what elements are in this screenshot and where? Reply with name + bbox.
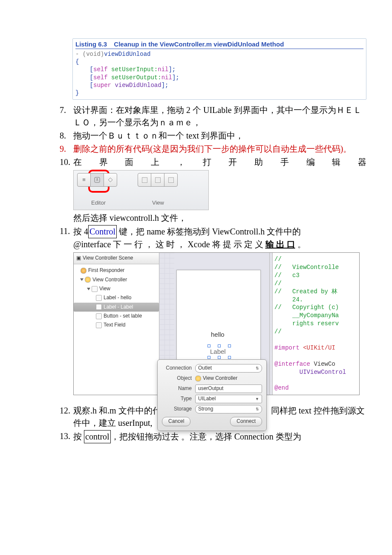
svg-rect-0: [95, 177, 100, 182]
key-control: Control: [88, 225, 117, 238]
textfield-icon: [96, 322, 102, 328]
code-line: //: [274, 280, 282, 287]
item-number: 9.: [60, 143, 73, 155]
tree-label-hello[interactable]: Label - hello: [74, 293, 159, 302]
split-handle[interactable]: [269, 253, 273, 395]
editor-segmented[interactable]: ≡: [77, 173, 117, 187]
item-text-line: 在 界 面 上 ， 打 开 助 手 编 辑 器: [73, 156, 366, 168]
item-number: 13.: [60, 430, 73, 443]
code-line: __MyCompanyNa: [274, 312, 339, 319]
code-line: // ViewControlle: [274, 264, 339, 271]
view-label: View: [145, 199, 171, 207]
uilabel-text: Label: [210, 348, 226, 355]
connection-popover[interactable]: Connection Outlet⇅ Object View Controlle…: [157, 359, 267, 431]
view-right-icon[interactable]: [164, 173, 177, 186]
xcode-outline[interactable]: ▣ View Controller Scene First Responder …: [74, 253, 159, 395]
code-import-path: <UIKit/UI: [303, 344, 335, 351]
connection-select[interactable]: Outlet⇅: [195, 364, 262, 373]
storage-select[interactable]: Strong⇅: [195, 405, 262, 413]
item-number: 7.: [60, 104, 73, 129]
disclosure-icon[interactable]: [80, 278, 84, 281]
name-value: userOutput: [198, 385, 223, 392]
item-text: 在 界 面 上 ， 打 开 助 手 编 辑 器 ≡ Editor: [73, 156, 366, 224]
list-item: 8. 拖动一个Ｂｕｔｔｏｎ和一个 text 到界面中，: [60, 130, 366, 142]
name-label: Name: [162, 385, 192, 392]
text-fragment: 键，把 name 标签拖动到 ViewControll.h 文件中的: [117, 227, 301, 236]
vc-icon: [195, 376, 201, 382]
list-item: 10. 在 界 面 上 ， 打 开 助 手 编 辑 器 ≡ Editor: [60, 156, 366, 224]
tree-label: Text Field: [104, 321, 125, 329]
xcode-canvas[interactable]: hello Label Connection Outlet⇅: [159, 253, 269, 395]
code-line: // c3: [274, 272, 300, 279]
code-super: UIViewControl: [274, 369, 346, 376]
code-line: // Copyright (c): [274, 304, 339, 311]
item-number: 11.: [60, 225, 73, 404]
listing-number: Listing 6.3: [75, 40, 107, 48]
code-line: //: [274, 328, 282, 335]
editor-standard-icon[interactable]: ≡: [78, 173, 90, 186]
tree-label: First Responder: [88, 267, 124, 274]
item-text-line: 然后选择 viewcontroll.h 文件，: [73, 213, 187, 223]
cancel-button[interactable]: Cancel: [162, 417, 190, 426]
editor-version-icon[interactable]: [104, 173, 117, 186]
tree-label-label[interactable]: Label - Label: [74, 303, 159, 312]
object-value: View Controller: [203, 375, 237, 382]
tree-label: View Controller: [92, 276, 127, 283]
label-icon: [96, 304, 102, 310]
item-text: 按 4Control 键，把 name 标签拖动到 ViewControll.h…: [73, 225, 366, 404]
connect-button[interactable]: Connect: [230, 417, 262, 426]
disclosure-icon[interactable]: [87, 288, 90, 290]
tree-label: Label - Label: [104, 304, 133, 311]
storage-value: Strong: [198, 405, 213, 413]
type-label: Type: [162, 395, 192, 402]
code-end: @end: [274, 384, 289, 391]
code-line: 24.: [274, 296, 303, 303]
view-segmented[interactable]: [138, 173, 178, 187]
text-fragment: 。: [295, 240, 306, 249]
row-object: Object View Controller: [162, 373, 262, 384]
row-name: Name userOutput: [162, 384, 262, 394]
first-responder-icon: [81, 268, 86, 274]
code-interface: @interface: [274, 361, 310, 367]
connection-value: Outlet: [198, 364, 212, 372]
tree-view-controller[interactable]: View Controller: [74, 275, 159, 284]
code-line: rights reserv: [274, 320, 339, 327]
name-input[interactable]: userOutput: [195, 384, 262, 393]
list-item: 13. 按 control，把按钮拖动过去 。注意，选择 Connection …: [60, 430, 366, 443]
xcode-screenshot: ▣ View Controller Scene First Responder …: [73, 252, 360, 395]
view-left-icon[interactable]: [138, 173, 151, 186]
editor-toolbar: ≡ Editor View: [73, 170, 209, 210]
key-control: control: [84, 430, 111, 443]
list-item: 9. 删除之前的所有代码(这是因为我们下一步的操作可以自动生成一些代码)。: [60, 143, 366, 155]
tree-view[interactable]: View: [74, 284, 159, 293]
uilabel-hello[interactable]: hello: [211, 330, 225, 339]
uilabel-label[interactable]: Label: [210, 347, 226, 356]
item-text: 按 control，把按钮拖动过去 。注意，选择 Connection 类型为: [73, 430, 366, 443]
tree-first-responder[interactable]: First Responder: [74, 266, 159, 275]
label-icon: [96, 295, 102, 301]
code-classname: ViewCo: [310, 361, 335, 367]
outline-tree[interactable]: First Responder View Controller View Lab…: [74, 264, 159, 332]
item-text: 删除之前的所有代码(这是因为我们下一步的操作可以自动生成一些代码)。: [73, 143, 366, 155]
tree-button[interactable]: Button - set lable: [74, 312, 159, 321]
view-bottom-icon[interactable]: [151, 173, 164, 186]
text-fragment: @interface 下 一 行 ， 这 时 ， Xcode 将 提 示 定 义: [73, 240, 265, 249]
text-emphasis: 输 出 口: [265, 240, 295, 249]
scene-title-text: View Controller Scene: [83, 254, 133, 262]
listing-code: - (void)viewDidUnload { [self setUserInp…: [75, 50, 363, 97]
item-number: 12.: [60, 405, 73, 429]
listing-caption: Cleanup in the ViewController.m viewDidU…: [114, 40, 284, 48]
tree-label: Label - hello: [104, 294, 131, 301]
editor-assistant-icon[interactable]: [90, 173, 104, 186]
button-icon: [96, 313, 102, 319]
type-select[interactable]: UILabel▼: [195, 395, 262, 403]
code-line: //: [274, 256, 282, 263]
connection-label: Connection: [162, 364, 192, 372]
tree-textfield[interactable]: Text Field: [74, 321, 159, 330]
code-import: #import: [274, 344, 303, 351]
object-label: Object: [162, 375, 192, 382]
xcode-code-editor[interactable]: // // ViewControlle // c3 // // Created …: [273, 253, 359, 395]
storage-label: Storage: [162, 405, 192, 413]
text-fragment: ，把按钮拖动过去 。注意，选择 Connection 类型为: [111, 432, 301, 441]
row-storage: Storage Strong⇅: [162, 404, 262, 414]
